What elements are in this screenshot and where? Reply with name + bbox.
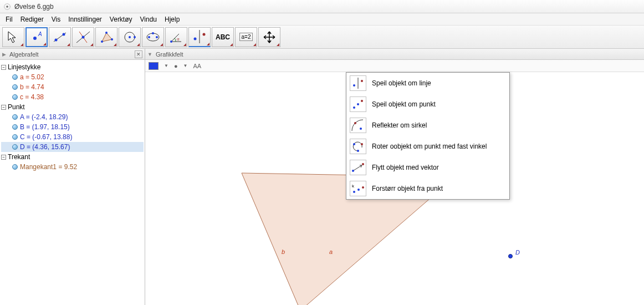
edge-label-b: b (282, 248, 285, 255)
visibility-icon[interactable] (12, 124, 18, 130)
menu-fil[interactable]: Fil (2, 14, 16, 24)
svg-point-18 (148, 36, 150, 38)
svg-point-2 (33, 37, 37, 40)
menu-innstillinger[interactable]: Innstillinger (65, 14, 105, 24)
graphics-canvas[interactable]: Speil objekt om linje Speil objekt om pu… (145, 72, 644, 305)
tool-move[interactable] (2, 27, 24, 47)
svg-point-42 (357, 189, 360, 191)
svg-point-6 (63, 33, 65, 35)
tool-perpendicular[interactable] (72, 27, 94, 47)
svg-point-30 (357, 103, 359, 105)
algebra-tree: −Linjestykke a = 5.02 b = 4.74 c = 4.38 … (0, 60, 145, 174)
tree-group-point[interactable]: −Punkt (1, 102, 144, 112)
svg-point-38 (352, 170, 354, 172)
transform-dropdown: Speil objekt om linje Speil objekt om pu… (346, 72, 510, 200)
collapse-icon[interactable]: − (1, 65, 6, 70)
tool-line[interactable] (49, 27, 71, 47)
tree-leaf-b[interactable]: b = 4.74 (1, 82, 144, 92)
graphics-panel: ▼ Grafikkfelt ▼ ● ▼ AA Speil objekt om l… (145, 49, 644, 305)
svg-point-9 (82, 35, 85, 38)
svg-point-32 (354, 122, 356, 124)
svg-point-19 (156, 36, 158, 38)
visibility-icon[interactable] (12, 94, 18, 100)
svg-line-37 (353, 165, 362, 171)
collapse-icon[interactable]: − (1, 105, 6, 110)
tree-leaf-c[interactable]: c = 4.38 (1, 92, 144, 102)
main-area: ▶ Algebrafelt ✕ −Linjestykke a = 5.02 b … (0, 49, 644, 305)
point-D[interactable] (508, 254, 513, 258)
svg-point-13 (111, 38, 113, 40)
dd-dilate[interactable]: k Forstørr objekt fra punkt (346, 178, 509, 199)
svg-point-11 (101, 40, 103, 43)
tool-slider[interactable]: a=2 (235, 27, 257, 47)
svg-point-16 (134, 36, 136, 38)
text-icon: ABC (216, 33, 230, 41)
chevron-down-icon[interactable]: ▼ (164, 63, 168, 68)
svg-point-27 (353, 84, 355, 87)
menu-vis[interactable]: Vis (48, 14, 64, 24)
menu-rediger[interactable]: Rediger (17, 14, 47, 24)
color-swatch[interactable] (149, 62, 159, 70)
dd-reflect-point[interactable]: Speil objekt om punkt (346, 94, 509, 115)
tree-group-line[interactable]: −Linjestykke (1, 62, 144, 72)
algebra-panel: ▶ Algebrafelt ✕ −Linjestykke a = 5.02 b … (0, 49, 145, 305)
tree-leaf-B[interactable]: B = (1.97, 18.15) (1, 122, 144, 132)
menubar: Fil Rediger Vis Innstillinger Verktøy Vi… (0, 13, 644, 26)
tool-circle[interactable] (119, 27, 141, 47)
titlebar: Øvelse 6.ggb (0, 0, 644, 13)
point-style-icon[interactable]: ● (174, 63, 178, 69)
svg-point-12 (105, 32, 108, 34)
collapse-icon[interactable]: − (1, 155, 6, 160)
svg-point-41 (353, 191, 355, 193)
visibility-icon[interactable] (12, 134, 18, 140)
tree-leaf-poly[interactable]: Mangekant1 = 9.52 (1, 162, 144, 172)
reflect-point-icon (350, 96, 366, 112)
svg-point-31 (361, 100, 363, 102)
tree-leaf-C[interactable]: C = (-0.67, 13.88) (1, 132, 144, 142)
svg-point-33 (360, 128, 362, 130)
tool-transform[interactable] (188, 27, 211, 47)
tool-text[interactable]: ABC (212, 27, 234, 47)
svg-point-5 (55, 38, 58, 41)
tree-leaf-a[interactable]: a = 5.02 (1, 72, 144, 82)
tool-move-view[interactable] (258, 27, 280, 47)
graphics-title: Grafikkfelt (156, 51, 183, 58)
app-icon (3, 3, 11, 11)
menu-verktoy[interactable]: Verktøy (106, 14, 136, 24)
tree-leaf-A[interactable]: A = (-2.4, 18.29) (1, 112, 144, 122)
close-icon[interactable]: ✕ (135, 50, 142, 58)
chevron-right-icon[interactable]: ▶ (2, 52, 6, 57)
visibility-icon[interactable] (12, 74, 18, 80)
svg-marker-10 (102, 33, 112, 42)
rotate-icon (350, 139, 366, 154)
visibility-icon[interactable] (12, 84, 18, 90)
svg-point-34 (357, 150, 359, 152)
tree-group-tri[interactable]: −Trekant (1, 152, 144, 162)
tool-conic[interactable] (142, 27, 164, 47)
visibility-icon[interactable] (12, 114, 18, 120)
dd-translate[interactable]: Flytt objekt med vektor (346, 157, 509, 178)
tool-polygon[interactable] (95, 27, 117, 47)
tool-angle[interactable]: α (165, 27, 187, 47)
svg-point-28 (361, 80, 363, 82)
visibility-icon[interactable] (12, 164, 18, 170)
dd-reflect-circle[interactable]: Reflekter om sirkel (346, 115, 509, 136)
menu-hjelp[interactable]: Hjelp (161, 14, 183, 24)
tree-leaf-D[interactable]: D = (4.36, 15.67) (1, 142, 144, 152)
dd-rotate[interactable]: Roter oobjekt om punkt med fast vinkel (346, 136, 509, 157)
svg-point-24 (194, 38, 197, 40)
menu-vindu[interactable]: Vindu (137, 14, 160, 24)
svg-point-20 (152, 32, 154, 34)
chevron-down-icon[interactable]: ▼ (147, 52, 152, 57)
chevron-down-icon[interactable]: ▼ (183, 63, 188, 68)
algebra-header: ▶ Algebrafelt ✕ (0, 49, 145, 60)
tool-point[interactable]: A (25, 27, 48, 47)
reflect-circle-icon (350, 118, 366, 133)
svg-point-1 (6, 6, 8, 8)
dd-reflect-line[interactable]: Speil objekt om linje (346, 73, 509, 94)
dilate-icon: k (350, 181, 366, 196)
label-style[interactable]: AA (193, 63, 202, 69)
svg-point-39 (362, 163, 364, 165)
svg-point-21 (170, 40, 172, 43)
visibility-icon[interactable] (12, 144, 18, 150)
